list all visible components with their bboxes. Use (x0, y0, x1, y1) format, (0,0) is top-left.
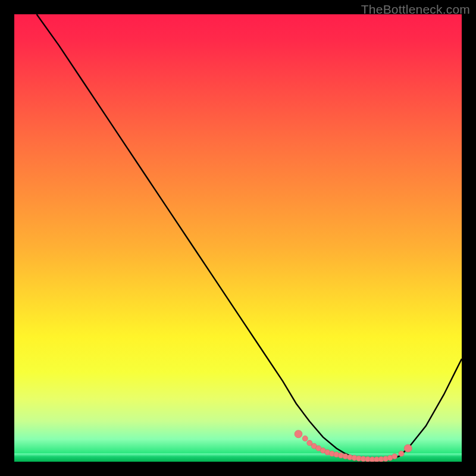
marker-dot (295, 430, 302, 438)
marker-dot (404, 444, 412, 452)
marker-dot (302, 436, 308, 441)
marker-dot (392, 453, 397, 459)
bottleneck-curve (37, 14, 462, 460)
chart-frame: TheBottleneck.com (0, 0, 476, 476)
plot-area (14, 14, 462, 462)
optimal-markers (295, 430, 412, 462)
marker-dot (399, 451, 404, 456)
curve-layer (14, 14, 462, 462)
